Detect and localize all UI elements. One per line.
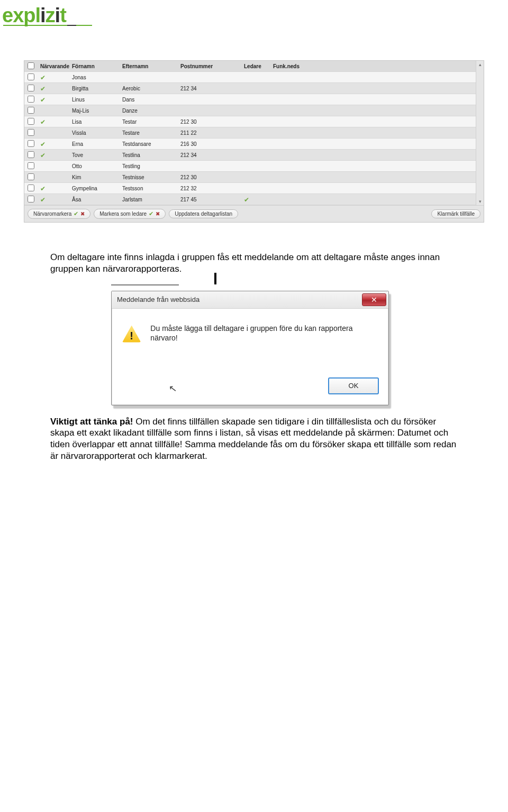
cell-fornamn: Erna xyxy=(72,141,122,147)
cell-fornamn: Vissla xyxy=(72,130,122,136)
cell-postnummer: 217 45 xyxy=(180,197,244,202)
select-all-checkbox[interactable] xyxy=(28,62,34,69)
scroll-up-icon[interactable]: ▴ xyxy=(479,62,482,67)
col-postnummer: Postnummer xyxy=(180,63,244,69)
col-fornamn: Förnamn xyxy=(72,63,122,69)
cell-efternamn: Testare xyxy=(122,130,180,136)
cell-fornamn: Lisa xyxy=(72,119,122,125)
button-label: Klarmärk tillfälle xyxy=(437,211,475,217)
warning-icon xyxy=(122,326,141,343)
row-checkbox[interactable] xyxy=(28,173,34,180)
x-icon: ✖ xyxy=(80,211,85,217)
check-icon: ✔ xyxy=(40,186,46,192)
dialog-close-button[interactable]: ✕ xyxy=(362,293,386,306)
cell-efternamn: Jarlstam xyxy=(122,197,180,202)
check-icon: ✔ xyxy=(244,197,249,203)
cell-postnummer: 216 30 xyxy=(180,141,244,147)
cell-narvarande: ✔ xyxy=(40,118,72,125)
dialog-message: Du måste lägga till deltagare i gruppen … xyxy=(150,324,378,366)
cell-efternamn: Testlina xyxy=(122,152,180,158)
cell-fornamn: Otto xyxy=(72,163,122,169)
cell-narvarande: ✔ xyxy=(40,185,72,191)
cell-efternamn: Testdansare xyxy=(122,141,180,147)
decorative-tick xyxy=(214,273,216,284)
cell-postnummer: 212 30 xyxy=(180,174,244,180)
row-checkbox[interactable] xyxy=(28,140,34,147)
markera-som-ledare-button[interactable]: Markera som ledare ✔ ✖ xyxy=(94,209,166,219)
cell-efternamn: Testar xyxy=(122,119,180,125)
cell-fornamn: Birgitta xyxy=(72,86,122,91)
button-label: Närvaromarkera xyxy=(33,211,71,217)
row-checkbox[interactable] xyxy=(28,85,34,91)
table-row: ✔ÅsaJarlstam217 45✔ xyxy=(24,194,476,205)
cell-narvarande: ✔ xyxy=(40,196,72,202)
participants-panel: Närvarande Förnamn Efternamn Postnummer … xyxy=(24,60,484,223)
check-icon: ✔ xyxy=(40,152,46,159)
cell-efternamn: Testling xyxy=(122,163,180,169)
cell-narvarande: ✔ xyxy=(40,141,72,147)
row-checkbox[interactable] xyxy=(28,118,34,125)
row-checkbox[interactable] xyxy=(28,196,34,202)
row-checkbox[interactable] xyxy=(28,73,34,80)
check-icon: ✔ xyxy=(40,75,46,81)
check-icon: ✔ xyxy=(40,119,46,125)
narvaromarkera-button[interactable]: Närvaromarkera ✔ ✖ xyxy=(28,209,90,219)
scroll-down-icon[interactable]: ▾ xyxy=(479,199,482,204)
col-funkneds: Funk.neds xyxy=(273,63,310,69)
check-icon: ✔ xyxy=(149,210,153,217)
check-icon: ✔ xyxy=(74,210,78,217)
cell-postnummer: 212 30 xyxy=(180,119,244,125)
cell-fornamn: Åsa xyxy=(72,197,122,202)
cell-fornamn: Kim xyxy=(72,174,122,180)
cell-postnummer: 212 32 xyxy=(180,186,244,191)
cell-fornamn: Linus xyxy=(72,97,122,103)
cell-postnummer: 212 34 xyxy=(180,152,244,158)
cell-narvarande: ✔ xyxy=(40,74,72,80)
dialog-screenshot: Meddelande från webbsida ✕ Du måste lägg… xyxy=(111,284,389,405)
dialog-titlebar: Meddelande från webbsida ✕ xyxy=(112,291,388,309)
cell-postnummer: 211 22 xyxy=(180,130,244,136)
check-icon: ✔ xyxy=(40,86,46,92)
col-ledare: Ledare xyxy=(244,63,273,69)
row-checkbox[interactable] xyxy=(28,129,34,136)
cell-efternamn: Aerobic xyxy=(122,86,180,91)
check-icon: ✔ xyxy=(40,97,46,103)
cell-efternamn: Danze xyxy=(122,108,180,114)
cell-ledare: ✔ xyxy=(244,196,273,202)
col-efternamn: Efternamn xyxy=(122,63,180,69)
table-row: Maj-LisDanze xyxy=(24,105,476,116)
body-paragraph-1: Om deltagare inte finns inlagda i gruppe… xyxy=(50,252,458,275)
row-checkbox[interactable] xyxy=(28,184,34,191)
cell-fornamn: Tove xyxy=(72,152,122,158)
table-row: ✔ToveTestlina212 34 xyxy=(24,150,476,161)
cell-fornamn: Maj-Lis xyxy=(72,108,122,114)
brand-logo: explizit xyxy=(0,0,508,27)
table-row: ✔LinusDans xyxy=(24,94,476,105)
cell-efternamn: Dans xyxy=(122,97,180,103)
check-icon: ✔ xyxy=(40,197,46,203)
row-checkbox[interactable] xyxy=(28,151,34,158)
x-icon: ✖ xyxy=(156,211,160,217)
table-scrollbar[interactable]: ▴ ▾ xyxy=(476,61,484,205)
check-icon: ✔ xyxy=(40,141,46,147)
paragraph-heading: Viktigt att tänka på! xyxy=(50,417,133,427)
button-label: OK xyxy=(349,382,359,390)
cell-efternamn: Testnisse xyxy=(122,174,180,180)
row-checkbox[interactable] xyxy=(28,162,34,169)
uppdatera-deltagarlistan-button[interactable]: Uppdatera deltagarlistan xyxy=(169,209,238,218)
row-checkbox[interactable] xyxy=(28,107,34,114)
button-label: Uppdatera deltagarlistan xyxy=(175,211,232,217)
dialog-ok-button[interactable]: OK xyxy=(328,377,379,394)
klarmark-tillfalle-button[interactable]: Klarmärk tillfälle xyxy=(431,209,480,218)
cell-narvarande: ✔ xyxy=(40,85,72,91)
row-checkbox[interactable] xyxy=(28,96,34,103)
cursor-icon: ↖ xyxy=(168,382,178,395)
table-toolbar: Närvaromarkera ✔ ✖ Markera som ledare ✔ … xyxy=(24,205,484,222)
close-icon: ✕ xyxy=(371,296,377,304)
body-paragraph-2: Viktigt att tänka på! Om det finns tillf… xyxy=(50,416,458,462)
cell-efternamn: Testsson xyxy=(122,186,180,191)
button-label: Markera som ledare xyxy=(99,211,147,217)
decorative-bar xyxy=(111,284,179,285)
cell-fornamn: Gympelina xyxy=(72,186,122,191)
table-row: VisslaTestare211 22 xyxy=(24,127,476,139)
